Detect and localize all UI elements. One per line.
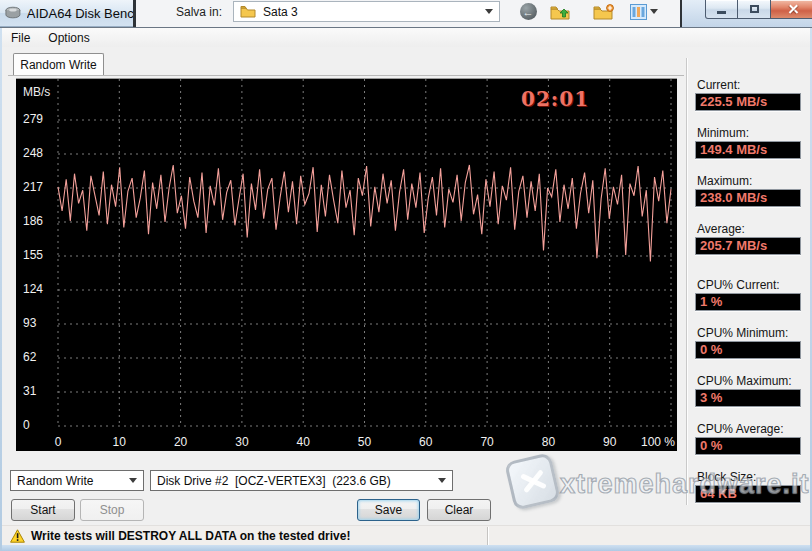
new-folder-icon[interactable] [591, 2, 617, 21]
app-titlebar[interactable]: AIDA64 Disk Bench [0, 0, 133, 27]
y-tick-label: 31 [23, 384, 36, 398]
window-left-border [0, 28, 2, 551]
y-tick-label: 279 [23, 112, 43, 126]
screen: AIDA64 Disk Bench Salva in: Sata 3 ← [0, 0, 812, 551]
minimize-button[interactable] [705, 0, 738, 19]
save-location-combo[interactable]: Sata 3 [233, 1, 500, 22]
menu-options[interactable]: Options [39, 29, 98, 47]
stat-label: Current: [697, 78, 740, 92]
stat-label: CPU% Minimum: [697, 326, 788, 340]
elapsed-time: 02:01 [521, 87, 589, 111]
stats-panel: Current: 225.5 MB/s Minimum: 149.4 MB/s … [690, 28, 808, 551]
tab-baseline [8, 75, 684, 76]
save-in-label: Salva in: [176, 5, 222, 19]
maximize-button[interactable] [738, 0, 771, 19]
drive-value: Disk Drive #2 [OCZ-VERTEX3] (223.6 GB) [157, 474, 438, 488]
benchmark-window: File Options Random Write MB/s 02:01 279… [0, 27, 812, 551]
x-tick-label: 80 [518, 435, 578, 449]
save-location-value: Sata 3 [263, 5, 485, 19]
disk-stack-icon [5, 6, 21, 20]
status-bar: Write tests will DESTROY ALL DATA on the… [2, 525, 810, 545]
stat-label: CPU% Average: [697, 422, 784, 436]
stat-value: 1 % [695, 293, 801, 311]
benchmark-chart: MB/s 02:01 2792482171861551249362310 010… [16, 78, 677, 451]
y-tick-label: 62 [23, 350, 36, 364]
stat-value: 0 % [695, 341, 801, 359]
menu-bar: File Options [2, 28, 810, 47]
y-tick-label: 0 [23, 418, 30, 432]
chevron-down-icon [438, 478, 446, 483]
save-dialog-bar: Salva in: Sata 3 ← [133, 0, 680, 27]
status-warning-text: Write tests will DESTROY ALL DATA on the… [31, 529, 350, 543]
y-tick-label: 93 [23, 316, 36, 330]
up-folder-icon[interactable] [548, 2, 572, 21]
stat-label: Minimum: [697, 126, 749, 140]
status-divider [487, 527, 489, 545]
stat-value: 3 % [695, 389, 801, 407]
stat-label: Average: [697, 222, 745, 236]
views-chevron-icon[interactable] [650, 9, 658, 14]
clear-button[interactable]: Clear [427, 499, 491, 521]
stat-label: CPU% Maximum: [697, 374, 792, 388]
stat-value: 205.7 MB/s [695, 237, 801, 255]
drive-combo[interactable]: Disk Drive #2 [OCZ-VERTEX3] (223.6 GB) [150, 470, 453, 491]
y-axis-unit: MB/s [23, 85, 50, 99]
save-button[interactable]: Save [357, 499, 420, 521]
stat-label: Maximum: [697, 174, 752, 188]
y-tick-label: 124 [23, 282, 43, 296]
tab-random-write[interactable]: Random Write [13, 53, 104, 76]
stat-value: 149.4 MB/s [695, 141, 801, 159]
views-icon[interactable] [628, 2, 648, 21]
x-tick-label: 40 [273, 435, 333, 449]
close-button[interactable] [771, 0, 812, 19]
dialog-window-controls [680, 0, 812, 27]
panel-separator [686, 58, 688, 505]
y-tick-label: 248 [23, 146, 43, 160]
maximize-icon [750, 5, 759, 13]
x-tick-label: 10 [89, 435, 149, 449]
chevron-down-icon [485, 9, 493, 14]
x-tick-label: 100 % [627, 435, 675, 449]
stat-label: Block Size: [697, 470, 756, 484]
x-tick-label: 70 [457, 435, 517, 449]
chevron-down-icon [129, 478, 137, 483]
test-type-combo[interactable]: Random Write [10, 470, 144, 491]
y-tick-label: 155 [23, 248, 43, 262]
start-button[interactable]: Start [11, 499, 75, 521]
y-tick-label: 186 [23, 214, 43, 228]
x-tick-label: 60 [396, 435, 456, 449]
warning-icon [10, 529, 25, 543]
stat-value: 225.5 MB/s [695, 93, 801, 111]
stat-value: 238.0 MB/s [695, 189, 801, 207]
y-tick-label: 217 [23, 180, 43, 194]
close-icon [787, 3, 800, 16]
x-tick-label: 0 [28, 435, 88, 449]
folder-icon [240, 5, 256, 18]
back-icon[interactable]: ← [518, 2, 538, 21]
stat-value: 64 KB [695, 485, 801, 503]
x-tick-label: 30 [212, 435, 272, 449]
app-title: AIDA64 Disk Bench [27, 6, 133, 21]
stop-button[interactable]: Stop [80, 499, 144, 521]
stat-value: 0 % [695, 437, 801, 455]
minimize-icon [717, 11, 726, 14]
x-tick-label: 50 [335, 435, 395, 449]
window-bottom-border [0, 545, 812, 551]
stat-label: CPU% Current: [697, 278, 780, 292]
x-tick-label: 20 [151, 435, 211, 449]
menu-file[interactable]: File [2, 29, 39, 47]
test-type-value: Random Write [17, 474, 129, 488]
chart-plot [16, 79, 677, 451]
